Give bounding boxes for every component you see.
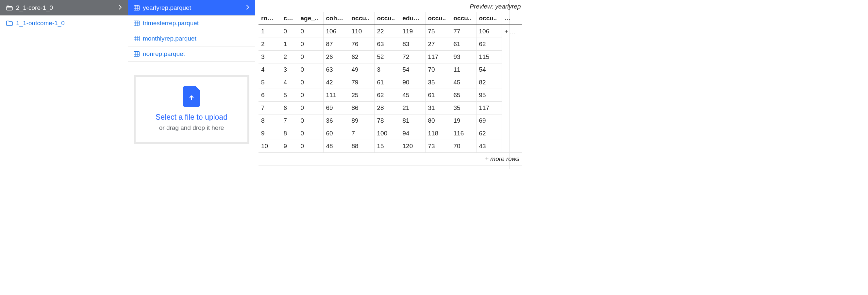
file-label: yearlyrep.parquet <box>143 4 243 11</box>
column-header: row_id <box>258 12 281 25</box>
folder-icon <box>6 21 13 26</box>
table-body: 100106110221197577106+ more2108776638327… <box>258 25 522 166</box>
table-cell: 1 <box>258 25 281 38</box>
column-header: occu.. <box>476 12 502 25</box>
table-cell: 100 <box>374 127 400 140</box>
table-row[interactable]: 100106110221197577106+ more <box>258 25 522 38</box>
preview-pane: Preview: yearlyrep row_idchil..age_..coh… <box>255 0 526 169</box>
preview-table: row_idchil..age_..cohab_occu..occu..edu_… <box>258 12 522 166</box>
folder-open-icon <box>6 5 13 10</box>
table-cell: 48 <box>323 140 349 153</box>
table-cell: 42 <box>323 76 349 89</box>
more-columns-indicator: + more <box>502 25 522 153</box>
table-cell: 35 <box>451 102 476 115</box>
table-cell: 80 <box>425 115 451 127</box>
table-cell: 0 <box>298 25 323 38</box>
table-cell: 81 <box>400 115 425 127</box>
table-cell: 106 <box>476 25 502 38</box>
table-cell: 36 <box>323 115 349 127</box>
table-cell: 0 <box>281 25 298 38</box>
table-cell: 60 <box>323 127 349 140</box>
table-cell: 15 <box>374 140 400 153</box>
table-cell: 25 <box>349 89 374 102</box>
upload-dropzone[interactable]: Select a file to upload or drag and drop… <box>134 75 249 144</box>
file-label: trimesterrep.parquet <box>143 20 249 27</box>
table-cell: 69 <box>323 102 349 115</box>
table-cell: 75 <box>425 25 451 38</box>
table-cell: 63 <box>374 38 400 51</box>
table-cell: 73 <box>425 140 451 153</box>
table-cell: 76 <box>349 38 374 51</box>
table-row[interactable]: 650111256245616595 <box>258 89 522 102</box>
table-cell: 116 <box>451 127 476 140</box>
table-cell: 1 <box>281 38 298 51</box>
table-row[interactable]: 760698628213135117 <box>258 102 522 115</box>
table-cell: 31 <box>425 102 451 115</box>
column-header: edu_m_ <box>400 12 425 25</box>
table-cell: 52 <box>374 51 400 63</box>
table-cell: 11 <box>451 63 476 76</box>
table-cell: 5 <box>281 89 298 102</box>
table-cell: 2 <box>258 38 281 51</box>
table-row[interactable]: 54042796190354582 <box>258 76 522 89</box>
table-cell: 7 <box>258 102 281 115</box>
table-cell: 45 <box>451 76 476 89</box>
table-cell: 117 <box>476 102 502 115</box>
table-icon <box>134 51 140 57</box>
folder-label: 2_1-core-1_0 <box>16 4 115 11</box>
column-header: occu.. <box>349 12 374 25</box>
table-cell: 35 <box>425 76 451 89</box>
table-row[interactable]: 4306349354701154 <box>258 63 522 76</box>
table-row[interactable]: 1090488815120737043 <box>258 140 522 153</box>
svg-rect-5 <box>134 21 140 26</box>
file-browser-app: 2_1-core-1_0 1_1-outcome-1_0 yearlyrep.p… <box>0 0 510 169</box>
table-cell: 28 <box>374 102 400 115</box>
table-cell: 79 <box>349 76 374 89</box>
table-header-row: row_idchil..age_..cohab_occu..occu..edu_… <box>258 12 522 25</box>
table-row[interactable]: 21087766383276162 <box>258 38 522 51</box>
table-cell: 0 <box>298 140 323 153</box>
table-cell: 115 <box>476 51 502 63</box>
table-cell: 110 <box>349 25 374 38</box>
table-cell: 8 <box>258 115 281 127</box>
table-cell: 63 <box>323 63 349 76</box>
table-cell: 69 <box>476 115 502 127</box>
table-cell: 54 <box>476 63 502 76</box>
table-row[interactable]: 3202662527211793115 <box>258 51 522 63</box>
table-cell: 7 <box>349 127 374 140</box>
table-cell: 90 <box>400 76 425 89</box>
table-cell: 62 <box>476 38 502 51</box>
upload-subtitle: or drag and drop it here <box>142 124 241 131</box>
table-cell: 0 <box>298 102 323 115</box>
table-cell: 89 <box>349 115 374 127</box>
file-item[interactable]: monthlyrep.parquet <box>128 31 255 47</box>
svg-rect-15 <box>134 52 140 57</box>
table-row[interactable]: 9806071009411811662 <box>258 127 522 140</box>
table-cell: 117 <box>425 51 451 63</box>
column-header: occu.. <box>374 12 400 25</box>
table-cell: 10 <box>258 140 281 153</box>
column-header: cohab_ <box>323 12 349 25</box>
table-icon <box>134 36 140 41</box>
table-cell: 49 <box>349 63 374 76</box>
table-icon <box>134 5 140 10</box>
table-cell: 118 <box>425 127 451 140</box>
chevron-right-icon <box>246 4 249 11</box>
folder-item-selected[interactable]: 2_1-core-1_0 <box>0 0 128 16</box>
column-header: occu.. <box>425 12 451 25</box>
file-item[interactable]: trimesterrep.parquet <box>128 16 255 31</box>
table-cell: 43 <box>476 140 502 153</box>
file-item[interactable]: nonrep.parquet <box>128 47 255 62</box>
table-cell: 70 <box>425 63 451 76</box>
table-cell: 4 <box>258 63 281 76</box>
folder-item[interactable]: 1_1-outcome-1_0 <box>0 16 128 31</box>
table-cell: 9 <box>281 140 298 153</box>
file-item-selected[interactable]: yearlyrep.parquet <box>128 0 255 16</box>
table-row[interactable]: 87036897881801969 <box>258 115 522 127</box>
files-column: yearlyrep.parquet trimesterrep.parquet m… <box>128 0 255 169</box>
table-cell: 77 <box>451 25 476 38</box>
table-cell: 3 <box>258 51 281 63</box>
upload-file-icon <box>183 86 200 107</box>
table-cell: 88 <box>349 140 374 153</box>
table-cell: 83 <box>400 38 425 51</box>
